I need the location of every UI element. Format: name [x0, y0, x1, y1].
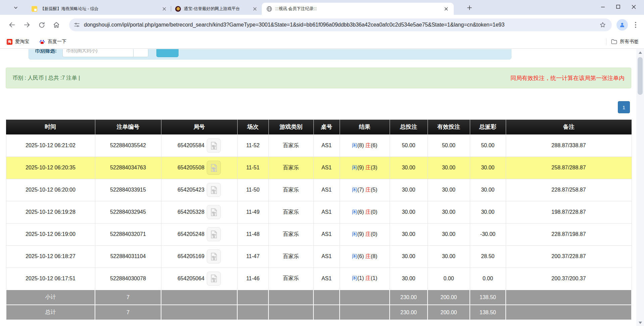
cell-payout: -30.00 [470, 223, 506, 245]
player-label: 闲 [352, 231, 357, 237]
new-tab-button[interactable] [465, 3, 474, 12]
cell-game-type: 百家乐 [268, 157, 313, 179]
filter-dropdown-stub[interactable] [134, 49, 148, 57]
cell-table-no: AS1 [313, 268, 340, 290]
cell-payout: 30.00 [470, 157, 506, 179]
banker-value: (5) [371, 187, 378, 193]
table-row: 2025-10-12 06:19:00 522884032071 6542052… [6, 223, 632, 245]
tab-close-icon[interactable] [161, 6, 167, 12]
cell-valid-bet: 30.00 [428, 179, 470, 201]
header-round-id: 局号 [161, 120, 237, 134]
round-id-text: 654205423 [178, 187, 204, 193]
tab-close-icon[interactable] [443, 6, 449, 12]
back-button[interactable] [5, 17, 19, 32]
video-replay-button[interactable] [207, 227, 221, 241]
tab-search-chevron-icon[interactable] [11, 3, 20, 12]
tab-close-icon[interactable] [252, 6, 258, 12]
forward-button[interactable] [19, 17, 34, 32]
cell-note: 228.87/198.87 [506, 223, 632, 245]
scrollbar-down-arrow[interactable] [636, 319, 644, 326]
maximize-button[interactable] [610, 0, 626, 13]
cell-bet-id: 522884035542 [95, 134, 161, 157]
cell-bet-id: 522884031104 [95, 245, 161, 268]
cell-round-id: 654205328 [161, 201, 237, 223]
cell-session: 11-52 [237, 134, 268, 157]
page-content: 币别筛选: 币别 : 人民币 | 总共 :7 注单 | 同局有效投注，统一计算在… [0, 49, 644, 326]
filter-search-button[interactable] [156, 49, 179, 57]
profile-avatar[interactable] [616, 19, 628, 31]
player-label: 闲 [352, 209, 357, 215]
video-replay-button[interactable] [207, 161, 221, 175]
tab-forum[interactable]: 【新提醒】海燕策略论坛 - 综合 [28, 3, 170, 15]
cell-note: 258.87/288.87 [506, 157, 632, 179]
bookmark-aitaobao[interactable]: 淘 爱淘宝 [7, 39, 29, 45]
cell-game-type: 百家乐 [268, 134, 313, 157]
browser-menu-icon[interactable] [630, 18, 641, 32]
tab-tongbao[interactable]: 通宝-信誉最好的网上游戏平台 [172, 3, 261, 15]
currency-summary-text: 币别 : 人民币 | 总共 :7 注单 | [12, 75, 80, 82]
home-button[interactable] [49, 17, 64, 32]
page-1-button[interactable]: 1 [618, 101, 630, 113]
subtotal-payout: 138.50 [470, 290, 506, 305]
cell-game-type: 百家乐 [268, 245, 313, 268]
header-table-no: 桌号 [313, 120, 340, 134]
video-replay-button[interactable] [207, 183, 221, 197]
scrollbar-thumb[interactable] [638, 57, 643, 95]
video-replay-button[interactable] [207, 249, 221, 263]
header-result: 结果 [340, 120, 390, 134]
player-label: 闲 [352, 142, 357, 148]
cell-game-type: 百家乐 [268, 268, 313, 290]
currency-filter-input[interactable] [62, 49, 134, 57]
page-scrollbar[interactable] [636, 49, 644, 326]
bookmark-baidu[interactable]: 百度一下 [39, 39, 66, 45]
cell-table-no: AS1 [313, 201, 340, 223]
close-window-button[interactable] [626, 0, 641, 13]
bookmarks-separator [606, 38, 606, 45]
video-replay-button[interactable] [207, 272, 221, 286]
table-row: 2025-10-12 06:20:35 522884034763 6542055… [6, 157, 632, 179]
cell-bet-id: 522884034763 [95, 157, 161, 179]
cell-session: 11-48 [237, 223, 268, 245]
tab-bet-record-active[interactable]: :::视讯 会员下注纪录::: [262, 3, 454, 15]
subtotal-count: 7 [95, 290, 161, 305]
cell-round-id: 654205064 [161, 268, 237, 290]
tab-title: 通宝-信誉最好的网上游戏平台 [184, 6, 249, 12]
all-bookmarks-label[interactable]: 所有书签 [620, 39, 639, 45]
grand-total-total-bet: 230.00 [390, 305, 428, 320]
table-row: 2025-10-12 06:20:00 522884033915 6542054… [6, 179, 632, 201]
valid-bet-note-text: 同局有效投注，统一计算在该局第一张注单内 [510, 74, 625, 82]
player-value: (9) [357, 165, 364, 170]
banker-label: 庄 [365, 165, 371, 170]
cell-round-id: 654205169 [161, 245, 237, 268]
url-bar[interactable]: dongshouji.com/ipl/portal.php/game/betre… [69, 18, 612, 31]
player-value: (9) [357, 231, 364, 237]
site-settings-icon[interactable] [74, 22, 80, 28]
tab-title: :::视讯 会员下注纪录::: [275, 6, 441, 12]
cell-valid-bet: 30.00 [428, 245, 470, 268]
cell-valid-bet: 0.00 [428, 268, 470, 290]
cell-note: 228.87/258.87 [506, 179, 632, 201]
minimize-button[interactable] [595, 0, 610, 13]
url-text[interactable]: dongshouji.com/ipl/portal.php/game/betre… [84, 22, 598, 28]
cell-result: 闲(9) 庄(0) [340, 223, 390, 245]
banker-label: 庄 [365, 253, 371, 259]
grand-total-payout: 138.50 [470, 305, 506, 320]
player-label: 闲 [352, 187, 357, 193]
bookmark-star-icon[interactable] [598, 21, 607, 29]
round-id-text: 654205328 [178, 209, 204, 215]
cell-round-id: 654205508 [161, 157, 237, 179]
grand-total-count: 7 [95, 305, 161, 320]
window-controls [595, 0, 641, 13]
banker-value: (6) [371, 142, 378, 148]
banker-value: (8) [371, 253, 378, 259]
scrollbar-up-arrow[interactable] [636, 49, 644, 56]
header-time: 时间 [6, 120, 95, 134]
video-replay-button[interactable] [207, 138, 221, 153]
cell-total-bet: 30.00 [390, 268, 428, 290]
player-value: (1) [357, 275, 364, 281]
taobao-icon: 淘 [7, 39, 12, 45]
cell-total-bet: 30.00 [390, 201, 428, 223]
header-note: 备注 [506, 120, 632, 134]
video-replay-button[interactable] [207, 205, 221, 219]
reload-button[interactable] [34, 17, 49, 32]
